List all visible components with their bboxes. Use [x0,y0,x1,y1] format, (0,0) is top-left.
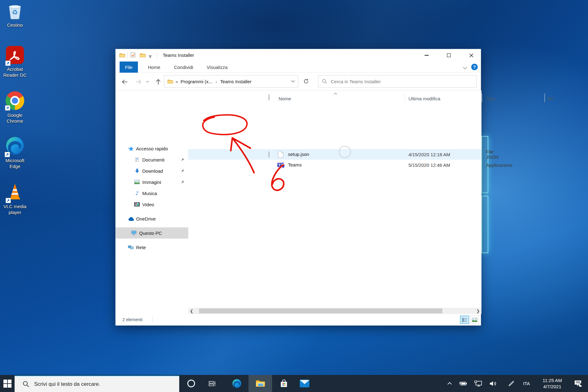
column-header-tipo[interactable]: Tipo [486,92,495,105]
onedrive-icon [127,217,134,221]
desktop-icon-label: Acrobat Reader DC [0,66,30,78]
teams-app-icon [277,161,285,170]
close-button[interactable] [463,49,479,62]
mail-icon [299,379,310,388]
tray-clock[interactable]: 11:25 AM 4/7/2021 [535,375,570,392]
row-checkbox[interactable] [269,152,269,157]
desktop-icon-acrobat[interactable]: Acrobat Reader DC [0,46,30,78]
sidebar-item-onedrive[interactable]: OneDrive [116,213,188,224]
navigation-bar: « Programmi (x... › Teams Installer [116,73,481,90]
title-bar: Teams Installer [116,49,481,62]
taskbar-search-box[interactable] [15,376,179,392]
column-header-nome[interactable]: Nome [279,92,291,105]
breadcrumb-current[interactable]: Teams Installer [220,79,252,84]
qat-customize-dropdown[interactable] [148,54,152,59]
desktop-icon-label: VLC media player [0,203,30,215]
qat-properties-button[interactable] [130,52,136,59]
action-center-icon [574,380,582,387]
documents-icon [134,157,140,162]
sidebar-item-questo-pc[interactable]: Questo PC [116,227,188,239]
tray-language-indicator[interactable]: ITA [519,375,534,392]
help-icon[interactable]: ? [471,64,478,70]
chrome-icon [6,91,24,110]
tab-condividi[interactable]: Condividi [169,62,198,73]
start-button[interactable] [0,375,15,392]
file-row-setup-json[interactable]: setup.json 4/15/2020 12:18 AM File JSON [188,149,481,160]
tab-visualizza[interactable]: Visualizza [203,62,232,73]
address-dropdown-chevron[interactable] [291,80,295,83]
address-bar[interactable]: « Programmi (x... › Teams Installer [164,75,298,88]
windows-logo-icon [3,380,11,388]
taskbar-explorer-button[interactable] [248,375,272,392]
horizontal-scrollbar[interactable]: ❮ ❯ [188,308,481,314]
recycle-bin-icon: ♻ [7,2,23,21]
tray-network-icon[interactable] [472,375,485,392]
desktop: ♻ Cestino Acrobat Reader DC Goog [0,0,588,392]
taskbar-store-button[interactable] [276,375,292,392]
breadcrumb-parent[interactable]: Programmi (x... [180,79,212,84]
address-folder-icon [167,79,173,84]
navigation-pane: Accesso rapido Documenti Download [116,90,188,308]
file-modified: 4/15/2020 12:18 AM [408,152,450,157]
file-list: Nome Ultima modifica Tipo Dimensione set… [188,90,481,308]
tray-volume-icon[interactable] [486,375,499,392]
task-view-button[interactable] [205,375,220,392]
file-name: Teams [288,162,302,167]
taskbar-mail-button[interactable] [296,375,313,392]
tray-battery-icon[interactable] [457,375,469,392]
back-button[interactable] [120,77,129,86]
refresh-button[interactable] [301,76,311,86]
task-view-icon [209,380,217,387]
tray-show-hidden-icons[interactable] [445,375,454,392]
desktop-icon-chrome[interactable]: Google Chrome [0,91,30,124]
sidebar-item-musica[interactable]: ♪ Musica [116,188,188,199]
sidebar-item-video[interactable]: Video [116,199,188,210]
quick-access-icon [127,146,134,151]
sidebar-item-download[interactable]: Download [116,165,188,176]
download-icon [134,168,140,174]
taskbar-edge-button[interactable] [229,375,245,392]
this-pc-icon [130,230,137,235]
sidebar-item-immagini[interactable]: Immagini [116,176,188,188]
desktop-icon-vlc[interactable]: VLC media player [0,183,30,215]
minimize-button[interactable] [418,49,435,62]
action-center-button[interactable] [571,375,585,392]
sidebar-item-quick-access[interactable]: Accesso rapido [116,143,188,154]
large-icons-view-button[interactable] [470,316,479,324]
clock-date: 4/7/2021 [543,384,561,390]
scrollbar-thumb[interactable] [199,308,442,313]
window-title: Teams Installer [163,49,194,62]
cortana-button[interactable] [184,375,198,392]
maximize-button[interactable] [441,49,457,62]
ribbon-expand-chevron-icon[interactable] [463,65,467,71]
forward-button[interactable] [134,77,143,86]
microsoft-store-icon [279,379,289,388]
sidebar-item-rete[interactable]: Rete [116,242,188,253]
taskbar: ITA 11:25 AM 4/7/2021 [0,375,588,392]
file-row-teams[interactable]: Teams 5/15/2020 12:46 AM Applicazione [188,160,481,170]
column-header-dimensione[interactable]: Dimensione [548,92,554,105]
column-header-ultima-modifica[interactable]: Ultima modifica [408,92,440,105]
explorer-search-box[interactable] [318,75,477,88]
recent-locations-chevron[interactable] [144,77,151,86]
explorer-search-input[interactable] [330,79,476,84]
select-all-checkbox[interactable] [269,95,269,100]
breadcrumb-separator-icon: › [216,79,217,84]
scroll-right-arrow[interactable]: ❯ [475,308,481,314]
desktop-icon-label: Google Chrome [0,112,30,124]
sidebar-item-documenti[interactable]: Documenti [116,154,188,165]
file-explorer-icon [255,379,266,388]
desktop-icon-edge[interactable]: Microsoft Edge [0,136,30,169]
scroll-left-arrow[interactable]: ❮ [188,308,195,314]
tab-file[interactable]: File [120,62,138,73]
tray-pen-icon[interactable] [505,375,517,392]
shortcut-arrow-icon [5,105,10,111]
clock-time: 11:25 AM [543,377,562,384]
desktop-icon-recycle-bin[interactable]: ♻ Cestino [0,2,30,28]
breadcrumb-collapsed[interactable]: « [175,79,178,84]
details-view-button[interactable] [460,316,469,324]
up-button[interactable] [153,77,163,86]
taskbar-search-input[interactable] [34,381,179,388]
qat-new-folder-button[interactable] [140,53,146,59]
tab-home[interactable]: Home [144,62,164,73]
